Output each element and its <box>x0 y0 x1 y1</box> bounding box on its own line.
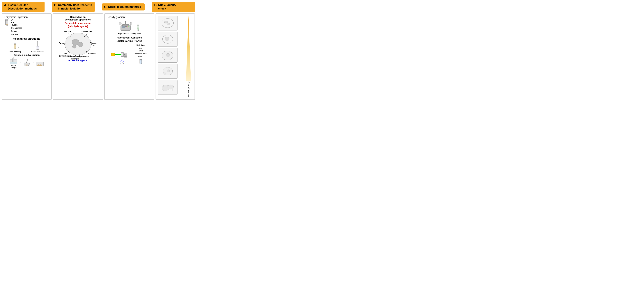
svg-point-24 <box>78 42 83 47</box>
section-header-c: C Nuclei isolation methods <box>102 4 145 10</box>
arrow-1: → <box>44 4 52 10</box>
nuclei-quality-images <box>158 16 183 98</box>
svg-point-49 <box>112 54 114 55</box>
section-title-c: Nuclei isolation methods <box>108 5 141 9</box>
svg-point-20 <box>40 64 41 65</box>
quality-bar-container: Nuclei quality <box>184 16 192 98</box>
svg-point-2 <box>6 20 8 20</box>
section-header-b: B Commonly used reagents in nuclei isola… <box>52 2 95 12</box>
depending-text: Depending on downstream applicaiton <box>55 16 100 21</box>
section-letter-d: D <box>154 3 157 7</box>
liq-n-label: Liquid nitrogen <box>11 65 16 69</box>
tween20-label: Tween-20 <box>90 42 96 46</box>
cryo-arrow-2: → <box>31 60 35 64</box>
enzymatic-container: ↙ e.g. Trypsin Collagenase Papain Dispas… <box>4 19 49 36</box>
svg-point-75 <box>172 89 174 91</box>
svg-point-3 <box>6 24 8 25</box>
main-container: A Tissue/Cellular Dissociation methods →… <box>2 2 195 100</box>
nucleus-quality-3-svg <box>160 49 176 62</box>
density-gradient-title: Density gradient <box>106 16 152 19</box>
svg-line-53 <box>120 60 122 62</box>
fsc-text: FSC <box>124 56 127 58</box>
bead-bashing-label: Bead-bashing <box>9 51 21 53</box>
svg-point-66 <box>165 37 169 41</box>
digitonin-label: Digitonin <box>63 30 71 32</box>
svg-rect-6 <box>37 41 38 46</box>
svg-rect-46 <box>137 24 139 25</box>
svg-rect-47 <box>137 25 139 26</box>
svg-rect-41 <box>122 26 125 28</box>
centrifuge-row <box>106 19 152 32</box>
svg-point-74 <box>163 85 164 87</box>
quality-label: Nuclei quality <box>187 81 190 98</box>
section-header-d: D Nuclei quality check <box>152 2 195 12</box>
nucleus-box-1 <box>158 16 178 30</box>
cryo-liq-n-icon: ↓ <box>9 57 18 64</box>
headers-row: A Tissue/Cellular Dissociation methods →… <box>2 2 195 12</box>
flow-cytometer-icon: SSC FSC <box>111 45 132 64</box>
svg-rect-9 <box>36 46 39 49</box>
svg-text:↓: ↓ <box>12 59 12 61</box>
nucleus-box-5 <box>158 80 178 95</box>
arrow-3: → <box>145 4 152 10</box>
mechanical-row: ⦧ ⦦ Bead-bashing <box>4 41 49 53</box>
spermidine-label: Spermidine <box>79 56 89 58</box>
svg-point-68 <box>166 54 170 57</box>
svg-point-64 <box>168 23 170 25</box>
panel-a: Enzymatic Digestion ↙ e.g. Trypsin <box>2 14 52 100</box>
mechanical-title: Mechanical shredding <box>4 37 49 40</box>
svg-line-58 <box>122 62 124 64</box>
nucleus-quality-1-svg <box>160 17 176 29</box>
ssc-text: SSC <box>124 54 126 55</box>
arrow-2: → <box>95 4 102 10</box>
svg-point-42 <box>127 26 128 27</box>
svg-point-73 <box>168 85 174 89</box>
svg-rect-5 <box>14 44 16 45</box>
gradient-tube-icon <box>136 24 140 32</box>
nucleus-quality-2-svg <box>160 33 176 45</box>
svg-point-13 <box>13 62 14 62</box>
section-title-d: Nuclei quality check <box>158 3 176 10</box>
svg-rect-61 <box>140 60 142 60</box>
quality-gradient-bar <box>186 16 191 81</box>
fans-tube-icon <box>139 59 142 65</box>
cryo-step-3 <box>36 59 44 67</box>
cryo-final-icon <box>36 59 44 67</box>
svg-point-43 <box>128 26 129 27</box>
nucleus-box-3 <box>158 48 178 62</box>
svg-rect-38 <box>119 22 121 25</box>
panel-d: Nuclei quality <box>156 14 195 100</box>
svg-point-25 <box>72 45 76 48</box>
nucleus-quality-4-svg <box>160 65 176 78</box>
svg-point-21 <box>42 64 42 65</box>
section-title-a: Tissue/Cellular Dissociation methods <box>8 3 37 10</box>
svg-point-63 <box>164 21 168 24</box>
triton-x-label: Triton-X <box>59 42 66 44</box>
svg-marker-51 <box>121 52 124 56</box>
section-letter-b: B <box>54 3 57 7</box>
nucleus-quality-5-svg <box>160 81 176 94</box>
section-header-a: A Tissue/Cellular Dissociation methods <box>2 2 44 12</box>
content-row: Enzymatic Digestion ↙ e.g. Trypsin <box>2 14 195 100</box>
tissue-douncer-item: Tissue Douncer <box>31 41 44 53</box>
cryo-step-1: ↓ Liquid nitrogen <box>9 57 18 69</box>
nucleus-box-2 <box>158 32 178 46</box>
nucleus-box-4 <box>158 64 178 79</box>
enzyme-list: Trypsin Collagenase Papain Dispase <box>11 24 22 36</box>
svg-rect-39 <box>130 22 132 25</box>
eg-label-a: e.g. <box>11 22 22 24</box>
perm-label: Permeabilization agetns (mild lysis agen… <box>55 22 100 28</box>
section-title-b: Commonly used reagents in nuclei isolati… <box>58 3 92 10</box>
svg-line-54 <box>122 60 124 62</box>
svg-rect-4 <box>14 43 16 44</box>
svg-point-71 <box>163 72 166 74</box>
svg-point-19 <box>38 64 39 65</box>
hsc-label: High Speed Centrifugation <box>106 32 152 35</box>
cryo-title: Cryogenic pulverization <box>4 54 49 56</box>
svg-rect-60 <box>140 59 142 60</box>
section-letter-c: C <box>104 5 107 9</box>
cryo-step-2 <box>22 59 31 67</box>
bead-bashing-item: ⦧ ⦦ Bead-bashing <box>9 43 21 53</box>
cryo-arrow-1: → <box>18 60 22 64</box>
svg-point-70 <box>167 70 170 72</box>
